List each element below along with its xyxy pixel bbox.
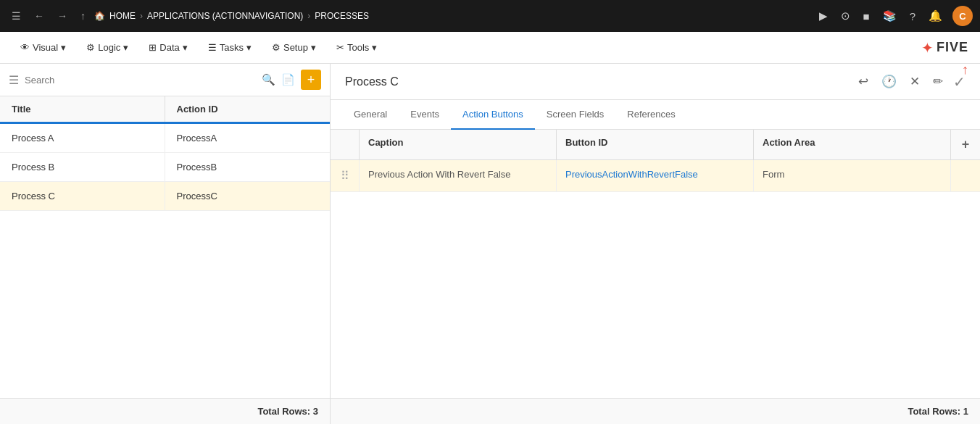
top-nav-right: ▶ ⊙ ■ 📚 ? 🔔 C bbox=[816, 6, 973, 26]
row-action-id: ProcessA bbox=[165, 124, 331, 152]
tasks-icon: ☰ bbox=[208, 42, 217, 53]
main-area: ☰ 🔍 📄 + Title Action ID Process A Proces… bbox=[0, 64, 980, 424]
five-logo-icon: ✦ bbox=[921, 39, 934, 57]
nav-tools[interactable]: ✂ Tools ▾ bbox=[328, 38, 386, 57]
breadcrumb-home[interactable]: HOME bbox=[109, 11, 136, 21]
table-row[interactable]: Process B ProcessB bbox=[0, 153, 330, 182]
tasks-chevron: ▾ bbox=[246, 42, 252, 53]
row-action-id: ProcessB bbox=[165, 153, 331, 181]
logic-chevron: ▾ bbox=[123, 42, 128, 53]
breadcrumb-sep-1: › bbox=[140, 11, 143, 21]
col-action-area: Action Area bbox=[754, 130, 951, 159]
bell-icon[interactable]: 🔔 bbox=[926, 7, 945, 25]
stop-icon[interactable]: ■ bbox=[860, 7, 873, 25]
search-icons: 🔍 📄 + bbox=[262, 70, 321, 90]
tabs: General Events Action Buttons Screen Fie… bbox=[331, 100, 980, 130]
back-icon[interactable]: ← bbox=[30, 7, 49, 25]
breadcrumb-app[interactable]: APPLICATIONS (ACTIONNAVIGATION) bbox=[147, 11, 303, 21]
home-icon: 🏠 bbox=[94, 11, 105, 21]
undo-icon[interactable]: ↩ bbox=[855, 71, 871, 92]
tab-references[interactable]: References bbox=[615, 100, 686, 130]
tab-action-buttons[interactable]: Action Buttons bbox=[451, 100, 535, 130]
visual-icon: 👁 bbox=[20, 42, 30, 53]
left-table-body: Process A ProcessA Process B ProcessB Pr… bbox=[0, 124, 330, 398]
logic-icon: ⚙ bbox=[86, 42, 95, 53]
row-title: Process A bbox=[0, 124, 165, 152]
tools-icon: ✂ bbox=[336, 42, 344, 53]
top-nav: ☰ ← → ↑ 🏠 HOME › APPLICATIONS (ACTIONNAV… bbox=[0, 0, 980, 32]
data-icon: ⊞ bbox=[149, 42, 157, 53]
tab-events[interactable]: Events bbox=[399, 100, 451, 130]
document-icon[interactable]: 📄 bbox=[281, 73, 295, 86]
panel-actions: ↩ 🕐 ✕ ✏ ✓ ↑ bbox=[855, 71, 966, 92]
visual-label: Visual bbox=[33, 42, 58, 53]
up-icon[interactable]: ↑ bbox=[76, 7, 90, 25]
play-icon[interactable]: ▶ bbox=[816, 7, 831, 25]
help-icon[interactable]: ? bbox=[907, 7, 918, 25]
search-bar: ☰ 🔍 📄 + bbox=[0, 64, 330, 96]
add-button[interactable]: + bbox=[301, 70, 321, 90]
nav-visual[interactable]: 👁 Visual ▾ bbox=[12, 38, 75, 57]
second-nav: 👁 Visual ▾ ⚙ Logic ▾ ⊞ Data ▾ ☰ Tasks ▾ … bbox=[0, 32, 980, 64]
right-panel: Process C ↩ 🕐 ✕ ✏ ✓ ↑ General Events Act… bbox=[331, 64, 980, 424]
breadcrumb: 🏠 HOME › APPLICATIONS (ACTIONNAVIGATION)… bbox=[94, 11, 812, 21]
nav-tasks[interactable]: ☰ Tasks ▾ bbox=[199, 38, 260, 57]
search-circle-icon[interactable]: ⊙ bbox=[838, 7, 853, 25]
nav-logic[interactable]: ⚙ Logic ▾ bbox=[78, 38, 137, 57]
edit-icon[interactable]: ✏ bbox=[930, 71, 946, 92]
table-row[interactable]: Process C ProcessC bbox=[0, 182, 330, 211]
nav-setup[interactable]: ⚙ Setup ▾ bbox=[263, 38, 325, 57]
data-chevron: ▾ bbox=[183, 42, 188, 53]
right-table-header: Caption Button ID Action Area + bbox=[331, 130, 980, 160]
col-button-id: Button ID bbox=[557, 130, 754, 159]
tasks-label: Tasks bbox=[220, 42, 244, 53]
logic-label: Logic bbox=[98, 42, 120, 53]
drag-handle[interactable]: ⠿ bbox=[331, 160, 360, 191]
panel-title: Process C bbox=[345, 75, 855, 88]
row-action-area: Form bbox=[754, 160, 951, 191]
red-arrow-indicator: ↑ bbox=[962, 63, 968, 76]
filter-icon[interactable]: ☰ bbox=[9, 73, 19, 87]
col-caption: Caption bbox=[360, 130, 557, 159]
col-title: Title bbox=[0, 96, 165, 122]
book-icon[interactable]: 📚 bbox=[880, 7, 900, 25]
right-table-container: Caption Button ID Action Area + ⠿ Previo… bbox=[331, 130, 980, 424]
right-table-body: ⠿ Previous Action With Revert False Prev… bbox=[331, 160, 980, 398]
tab-screen-fields[interactable]: Screen Fields bbox=[535, 100, 615, 130]
add-row-button[interactable]: + bbox=[951, 130, 980, 159]
setup-icon: ⚙ bbox=[272, 42, 281, 53]
row-button-id: PreviousActionWithRevertFalse bbox=[557, 160, 754, 191]
search-icon[interactable]: 🔍 bbox=[262, 73, 275, 86]
tools-chevron: ▾ bbox=[372, 42, 377, 53]
tools-label: Tools bbox=[347, 42, 369, 53]
breadcrumb-processes[interactable]: PROCESSES bbox=[315, 11, 369, 21]
check-icon-wrapper: ✓ ↑ bbox=[953, 73, 966, 91]
tab-general[interactable]: General bbox=[342, 100, 399, 130]
left-table-footer: Total Rows: 3 bbox=[0, 398, 330, 424]
table-row[interactable]: Process A ProcessA bbox=[0, 124, 330, 153]
left-panel: ☰ 🔍 📄 + Title Action ID Process A Proces… bbox=[0, 64, 331, 424]
breadcrumb-sep-2: › bbox=[307, 11, 310, 21]
table-row[interactable]: ⠿ Previous Action With Revert False Prev… bbox=[331, 160, 980, 192]
setup-label: Setup bbox=[283, 42, 308, 53]
panel-title-bar: Process C ↩ 🕐 ✕ ✏ ✓ ↑ bbox=[331, 64, 980, 100]
data-label: Data bbox=[159, 42, 179, 53]
left-table-header: Title Action ID bbox=[0, 96, 330, 124]
forward-icon[interactable]: → bbox=[53, 7, 72, 25]
row-title: Process C bbox=[0, 182, 165, 210]
five-logo-text: FIVE bbox=[937, 40, 968, 55]
five-logo: ✦ FIVE bbox=[921, 39, 968, 57]
search-input[interactable] bbox=[25, 75, 256, 86]
setup-chevron: ▾ bbox=[311, 42, 316, 53]
col-action-id: Action ID bbox=[165, 96, 331, 122]
history-icon[interactable]: 🕐 bbox=[879, 71, 900, 92]
row-title: Process B bbox=[0, 153, 165, 181]
close-icon[interactable]: ✕ bbox=[907, 71, 923, 92]
nav-data[interactable]: ⊞ Data ▾ bbox=[140, 38, 196, 57]
avatar[interactable]: C bbox=[952, 6, 973, 26]
right-table-footer: Total Rows: 1 bbox=[331, 398, 980, 424]
hamburger-icon[interactable]: ☰ bbox=[7, 7, 25, 25]
row-action-id: ProcessC bbox=[165, 182, 331, 210]
row-caption: Previous Action With Revert False bbox=[360, 160, 557, 191]
col-drag-handle bbox=[331, 130, 360, 159]
